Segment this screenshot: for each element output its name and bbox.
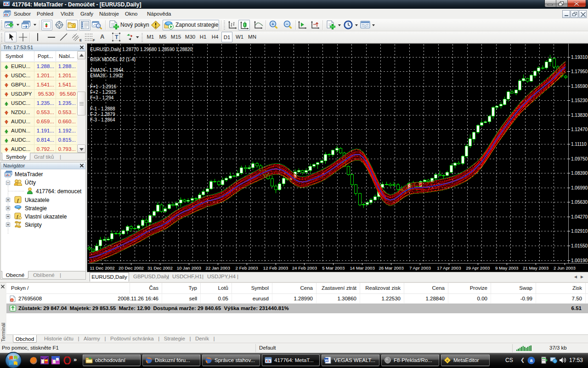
svg-text:9 May 2003: 9 May 2003 [495, 265, 519, 270]
svg-text:10 Jan 2003: 10 Jan 2003 [177, 265, 201, 270]
svg-text:e: e [447, 358, 449, 362]
svg-text:1.12470: 1.12470 [571, 127, 588, 132]
svg-text:1.00190: 1.00190 [571, 258, 588, 263]
svg-text:EMA24 - 1.2844: EMA24 - 1.2844 [90, 68, 124, 73]
svg-text:1.08390: 1.08390 [571, 171, 588, 176]
svg-text:E: E [79, 38, 82, 42]
svg-text:7 Apr 2003: 7 Apr 2003 [409, 265, 431, 270]
svg-text:F-3 - 1.2864: F-3 - 1.2864 [90, 117, 115, 122]
svg-text:1.11110: 1.11110 [571, 142, 587, 147]
svg-text:EMA28 - 1.2902: EMA28 - 1.2902 [90, 73, 124, 78]
svg-text:F+2 - 1.2925: F+2 - 1.2925 [90, 90, 116, 95]
svg-text:1.02910: 1.02910 [571, 229, 588, 234]
svg-text:F-1 - 1.2888: F-1 - 1.2888 [90, 106, 115, 111]
svg-text:1.06990: 1.06990 [571, 185, 588, 190]
svg-text:EURUSD,Daily 1.28770 1.29680: EURUSD,Daily 1.28770 1.29680 1.28590 1.2… [90, 47, 192, 52]
svg-text:2 Feb 2003: 2 Feb 2003 [236, 265, 258, 270]
svg-text:1.17950: 1.17950 [571, 69, 588, 74]
svg-text:31 Dec 2002: 31 Dec 2002 [147, 265, 173, 270]
svg-text:F: F [93, 38, 95, 42]
svg-text:1.05630: 1.05630 [571, 200, 588, 205]
svg-text:14 Mar 2003: 14 Mar 2003 [350, 265, 374, 270]
svg-text:1.15230: 1.15230 [571, 98, 588, 103]
svg-text:26 Mar 2003: 26 Mar 2003 [379, 265, 403, 270]
svg-text:21 May 2003: 21 May 2003 [523, 265, 548, 270]
svg-text:a: a [530, 358, 533, 363]
svg-text:1.19310: 1.19310 [571, 55, 588, 60]
svg-text:1.09750: 1.09750 [571, 156, 588, 161]
svg-text:2 Jun 2003: 2 Jun 2003 [554, 265, 576, 270]
svg-text:W: W [325, 358, 328, 362]
svg-text:F+3 - 1.294: F+3 - 1.294 [90, 95, 114, 100]
svg-text:F-2 - 1.2879: F-2 - 1.2879 [90, 112, 115, 117]
svg-text:1.01550: 1.01550 [571, 243, 588, 248]
svg-text:12 Feb 2003: 12 Feb 2003 [263, 265, 288, 270]
svg-text:1.13830: 1.13830 [571, 113, 588, 118]
svg-text:22 Jan 2003: 22 Jan 2003 [206, 265, 230, 270]
svg-text:29 Apr 2003: 29 Apr 2003 [466, 265, 490, 270]
svg-text:+: + [271, 22, 274, 27]
svg-text:F+1 - 1.2916: F+1 - 1.2916 [90, 84, 116, 89]
svg-text:24 Feb 2003: 24 Feb 2003 [292, 265, 317, 270]
svg-text:−: − [286, 22, 288, 27]
svg-text:5 Mar 2003: 5 Mar 2003 [322, 265, 345, 270]
svg-text:RISK MODEL #2 (1-4): RISK MODEL #2 (1-4) [90, 57, 136, 62]
svg-text:20 Dec 2002: 20 Dec 2002 [119, 265, 144, 270]
svg-text:1.04270: 1.04270 [571, 214, 588, 219]
svg-text:11 Dec 2002: 11 Dec 2002 [90, 265, 114, 270]
svg-text:1.16590: 1.16590 [571, 84, 588, 89]
svg-text:17 Apr 2003: 17 Apr 2003 [437, 265, 461, 270]
